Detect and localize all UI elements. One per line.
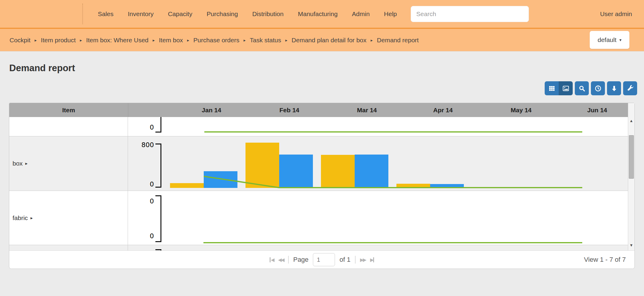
- grid-footer: ◀ ◀◀ Page of 1 ▶▶ ▶ View 1 - 7 of 7: [9, 250, 634, 269]
- menu-sales[interactable]: Sales: [98, 10, 114, 18]
- column-header-apr14: Apr 14: [433, 107, 453, 114]
- crumb-demand-report[interactable]: Demand report: [377, 37, 419, 44]
- menu-admin[interactable]: Admin: [352, 10, 370, 18]
- grid-body: 0 box ▸ 800 0: [9, 117, 628, 251]
- column-header-item: Item: [9, 103, 128, 117]
- item-link-box[interactable]: box: [13, 160, 23, 167]
- download-button[interactable]: [607, 81, 621, 95]
- main-menu: Sales Inventory Capacity Purchasing Dist…: [98, 10, 397, 18]
- crumb-item-box[interactable]: Item box: [159, 37, 183, 44]
- customize-button[interactable]: [623, 81, 637, 95]
- breadcrumb: Cockpit ▸ Item product ▸ Item box: Where…: [10, 37, 419, 44]
- row-chart: 0 0: [128, 191, 628, 245]
- last-page-button[interactable]: ▶: [370, 257, 374, 263]
- crumb-separator-icon: ▸: [153, 38, 155, 43]
- demand-bar-blue: [430, 184, 464, 188]
- crumb-purchase-orders[interactable]: Purchase orders: [193, 37, 239, 44]
- table-row: box ▸ 800 0: [9, 136, 628, 191]
- item-cell: fabric ▸: [9, 191, 128, 245]
- first-page-button[interactable]: ◀: [269, 257, 274, 263]
- crumb-separator-icon: ▸: [187, 38, 189, 43]
- crumb-cockpit[interactable]: Cockpit: [10, 37, 30, 44]
- grid-header: Item Jan 14 Feb 14 Mar 14 Apr 14 May 14 …: [9, 103, 628, 117]
- download-arrow-icon: [611, 85, 618, 92]
- logo-placeholder-divider: [82, 4, 83, 24]
- crumb-separator-icon: ▸: [371, 38, 373, 43]
- top-navbar: Sales Inventory Capacity Purchasing Dist…: [0, 0, 644, 29]
- y-axis: [155, 117, 161, 133]
- user-menu[interactable]: User admin: [600, 10, 632, 18]
- table-row: fabric ▸ 0 0: [9, 191, 628, 245]
- caret-right-icon[interactable]: ▸: [30, 215, 33, 221]
- pager-divider: [288, 256, 289, 264]
- search-input[interactable]: [411, 6, 529, 22]
- y-tick-zero-top: 0: [128, 197, 154, 205]
- demand-bar-yellow: [245, 143, 279, 188]
- table-icon: [548, 85, 555, 92]
- column-header-may14: May 14: [511, 107, 532, 114]
- crumb-task-status[interactable]: Task status: [250, 37, 281, 44]
- y-tick-zero: 0: [128, 180, 154, 188]
- menu-inventory[interactable]: Inventory: [128, 10, 154, 18]
- prev-page-button[interactable]: ◀◀: [278, 257, 284, 263]
- inventory-line: [128, 117, 628, 136]
- demand-report-grid: Item Jan 14 Feb 14 Mar 14 Apr 14 May 14 …: [9, 103, 635, 269]
- search-button[interactable]: [575, 81, 589, 95]
- report-toolbar: [545, 81, 637, 95]
- page-title: Demand report: [9, 63, 75, 74]
- demand-bar-blue: [279, 155, 313, 188]
- table-view-button[interactable]: [545, 81, 559, 95]
- item-link-fabric[interactable]: fabric: [13, 214, 28, 222]
- vertical-scrollbar[interactable]: ▲ ▼: [628, 103, 634, 251]
- month-headers: Jan 14 Feb 14 Mar 14 Apr 14 May 14 Jun 1…: [128, 103, 628, 117]
- column-header-jun14: Jun 14: [587, 107, 607, 114]
- view-selector-dropdown[interactable]: default ▾: [590, 31, 629, 49]
- scrollbar-thumb[interactable]: [629, 135, 634, 179]
- menu-help[interactable]: Help: [384, 10, 397, 18]
- breadcrumb-bar: Cockpit ▸ Item product ▸ Item box: Where…: [0, 29, 644, 52]
- main-content: Demand report: [0, 52, 644, 296]
- menu-capacity[interactable]: Capacity: [168, 10, 192, 18]
- y-tick-800: 800: [128, 141, 154, 149]
- crumb-where-used[interactable]: Item box: Where Used: [86, 37, 149, 44]
- clock-icon: [594, 85, 602, 92]
- item-cell: box ▸: [9, 136, 128, 191]
- scroll-down-icon[interactable]: ▼: [628, 243, 634, 247]
- row-chart: 800 0: [128, 136, 628, 191]
- row-chart: 0: [128, 117, 628, 136]
- demand-bar-yellow: [396, 184, 430, 188]
- page-number-input[interactable]: [313, 253, 335, 266]
- image-icon: [562, 85, 569, 92]
- crumb-demand-plan-detail[interactable]: Demand plan detail for box: [292, 37, 367, 44]
- page-count-label: of 1: [339, 256, 350, 264]
- y-tick-zero: 0: [128, 124, 154, 131]
- demand-bar-blue: [204, 171, 237, 188]
- caret-right-icon[interactable]: ▸: [25, 161, 28, 166]
- column-header-feb14: Feb 14: [279, 107, 299, 114]
- menu-manufacturing[interactable]: Manufacturing: [298, 10, 338, 18]
- column-header-jan14: Jan 14: [202, 107, 221, 114]
- menu-purchasing[interactable]: Purchasing: [207, 10, 238, 18]
- column-header-mar14: Mar 14: [357, 107, 377, 114]
- scroll-up-icon[interactable]: ▲: [628, 119, 634, 123]
- crumb-separator-icon: ▸: [243, 38, 245, 43]
- graph-view-button[interactable]: [559, 81, 573, 95]
- pager: ◀ ◀◀ Page of 1 ▶▶ ▶: [269, 253, 374, 266]
- chevron-down-icon: ▾: [620, 38, 622, 42]
- pager-divider: [355, 256, 356, 264]
- inventory-line: [128, 191, 628, 245]
- time-buckets-button[interactable]: [591, 81, 605, 95]
- wrench-icon: [627, 85, 634, 92]
- demand-bar-blue: [355, 155, 388, 188]
- demand-bar-yellow: [321, 155, 355, 188]
- table-row: 0: [9, 117, 628, 136]
- row-range-info: View 1 - 7 of 7: [584, 256, 626, 264]
- crumb-separator-icon: ▸: [80, 38, 82, 43]
- app-window: Sales Inventory Capacity Purchasing Dist…: [0, 0, 644, 296]
- menu-distribution[interactable]: Distribution: [252, 10, 284, 18]
- crumb-item-product[interactable]: Item product: [41, 37, 76, 44]
- crumb-separator-icon: ▸: [285, 38, 288, 43]
- y-tick-zero-bottom: 0: [128, 232, 154, 240]
- next-page-button[interactable]: ▶▶: [360, 257, 366, 263]
- item-cell: [9, 117, 128, 136]
